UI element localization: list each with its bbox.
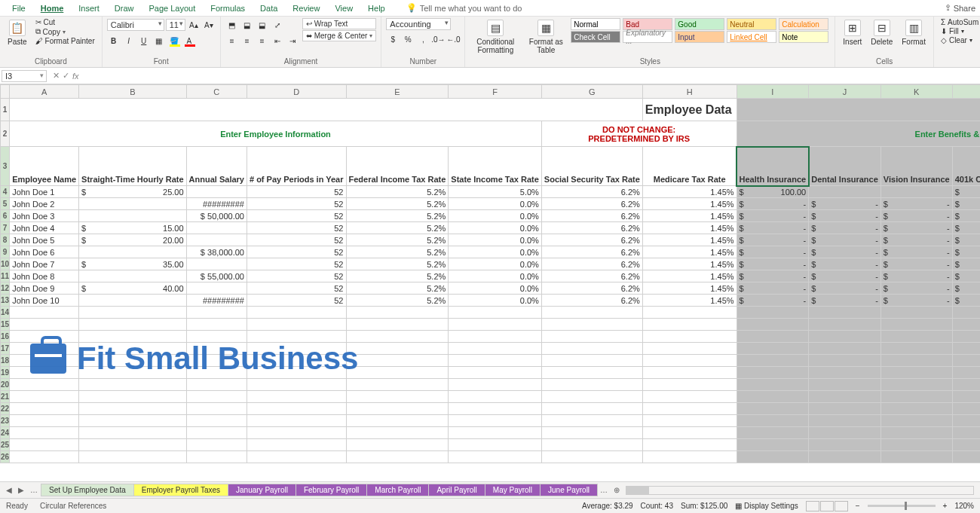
cell[interactable]: Social Security Tax Rate [541,147,642,186]
increase-decimal-button[interactable]: .0→ [431,32,445,46]
row-header-11[interactable]: 11 [1,270,10,282]
grow-font-button[interactable]: A▴ [187,18,201,32]
cell[interactable] [737,307,809,319]
view-buttons[interactable] [806,501,848,511]
cell[interactable] [79,391,187,403]
cell[interactable] [247,451,346,463]
cell[interactable]: Straight-Time Hourly Rate [79,147,187,186]
cell[interactable]: 6.2% [541,246,642,258]
cell[interactable]: 6.2% [541,198,642,210]
cell[interactable]: 5.2% [346,234,449,246]
cell[interactable] [952,331,980,343]
underline-button[interactable]: U [137,34,151,47]
cell[interactable] [541,367,642,379]
cell[interactable]: $- [737,282,809,295]
cell[interactable] [880,379,952,391]
row-header-19[interactable]: 19 [1,367,10,379]
cell[interactable]: $20.00 [79,234,187,246]
cell[interactable]: 1.45% [642,186,737,198]
comma-format-button[interactable]: , [416,32,430,46]
cell[interactable] [737,367,809,379]
cell[interactable] [186,391,247,403]
cell[interactable]: 1.45% [642,210,737,222]
row-header-15[interactable]: 15 [1,319,10,331]
cell[interactable] [346,379,449,391]
cell[interactable] [449,379,542,391]
cell[interactable]: 1.45% [642,282,737,295]
zoom-out-button[interactable]: − [856,502,860,510]
cell[interactable] [642,451,737,463]
cell[interactable] [952,367,980,379]
cell[interactable]: 52 [247,234,346,246]
cell[interactable]: $ 50,000.00 [186,210,247,222]
cell[interactable] [186,427,247,439]
row-header-6[interactable]: 6 [1,210,10,222]
sheet-tab-employer-payroll-taxes[interactable]: Employer Payroll Taxes [133,484,228,496]
cell[interactable] [880,427,952,439]
fill-color-button[interactable]: 🪣 [167,34,181,47]
cell[interactable] [541,391,642,403]
cell[interactable]: 0.0% [449,198,542,210]
cell[interactable]: 6.2% [541,258,642,270]
cell[interactable]: John Doe 10 [10,295,79,307]
cell[interactable]: John Doe 7 [10,258,79,270]
style-good[interactable]: Good [675,18,724,30]
cell[interactable]: 6.2% [541,210,642,222]
cell[interactable] [247,391,346,403]
align-bottom-button[interactable]: ⬓ [256,18,269,32]
cell[interactable] [880,355,952,367]
align-middle-button[interactable]: ⬓ [240,18,254,32]
style-note[interactable]: Note [779,31,828,43]
number-format-select[interactable]: Accounting [386,18,451,30]
paste-button[interactable]: 📋 Paste [5,18,30,47]
col-header-C[interactable]: C [186,85,247,99]
merge-center-button[interactable]: ⬌Merge & Center▾ [302,30,377,41]
cell[interactable]: $100.00 [737,186,809,198]
cell[interactable]: 1.45% [642,295,737,307]
cell[interactable] [642,379,737,391]
sheet-tab-june-payroll[interactable]: June Payroll [540,484,598,496]
tab-nav-more[interactable]: … [27,486,41,494]
cell[interactable] [809,427,881,439]
cell[interactable]: $- [880,234,952,246]
cell[interactable] [247,367,346,379]
align-center-button[interactable]: ≡ [240,34,254,47]
cell[interactable] [642,391,737,403]
select-all-cell[interactable] [1,85,10,99]
cell[interactable] [10,307,79,319]
cell[interactable] [737,451,809,463]
format-as-table-button[interactable]: ▦Format as Table [524,18,568,56]
cell[interactable] [642,355,737,367]
cell[interactable] [346,391,449,403]
cell[interactable] [346,415,449,427]
cell[interactable] [79,355,187,367]
cell[interactable] [642,343,737,355]
cell[interactable]: John Doe 9 [10,282,79,295]
cell[interactable] [541,355,642,367]
sheet-tab-may-payroll[interactable]: May Payroll [485,484,541,496]
cell[interactable]: John Doe 2 [10,198,79,210]
cell[interactable]: $- [880,198,952,210]
cell[interactable] [737,415,809,427]
cell[interactable]: $- [737,246,809,258]
cell[interactable]: Medicare Tax Rate [642,147,737,186]
col-header-L[interactable]: L [952,85,980,99]
cell[interactable] [880,307,952,319]
cancel-icon[interactable]: ✕ [53,71,60,81]
cell[interactable] [737,343,809,355]
cell[interactable] [880,391,952,403]
cell[interactable]: 5.2% [346,198,449,210]
col-header-K[interactable]: K [880,85,952,99]
cell[interactable] [880,439,952,451]
style-linked-cell[interactable]: Linked Cell [727,31,776,43]
cell[interactable]: 5.2% [346,282,449,295]
cell[interactable] [186,331,247,343]
cell[interactable] [186,343,247,355]
row-header-22[interactable]: 22 [1,403,10,415]
cell[interactable]: 6.2% [541,295,642,307]
align-right-button[interactable]: ≡ [256,34,269,47]
conditional-formatting-button[interactable]: ▤Conditional Formatting [470,18,521,56]
autosum-button[interactable]: ΣAutoSum▾ [939,18,980,26]
cell[interactable] [346,343,449,355]
row-header-14[interactable]: 14 [1,307,10,319]
